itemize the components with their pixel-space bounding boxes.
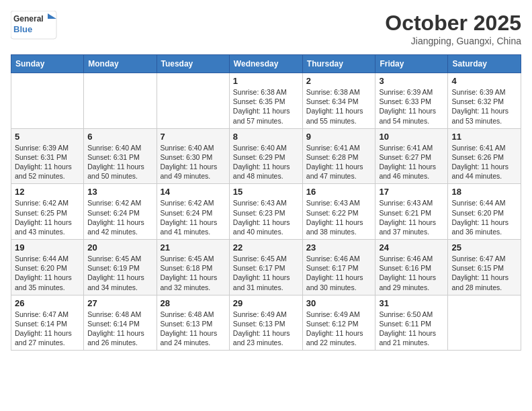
day-info: Sunrise: 6:45 AM Sunset: 6:17 PM Dayligh… <box>233 254 299 292</box>
day-info: Sunrise: 6:48 AM Sunset: 6:13 PM Dayligh… <box>161 310 226 348</box>
weekday-header-tuesday: Tuesday <box>157 55 229 73</box>
day-cell: 1Sunrise: 6:38 AM Sunset: 6:35 PM Daylig… <box>229 73 302 129</box>
day-cell: 28Sunrise: 6:48 AM Sunset: 6:13 PM Dayli… <box>157 295 229 351</box>
day-info: Sunrise: 6:46 AM Sunset: 6:16 PM Dayligh… <box>379 254 444 292</box>
day-cell: 7Sunrise: 6:40 AM Sunset: 6:30 PM Daylig… <box>157 128 229 184</box>
day-info: Sunrise: 6:43 AM Sunset: 6:22 PM Dayligh… <box>306 198 372 236</box>
day-number: 4 <box>451 76 517 86</box>
calendar: SundayMondayTuesdayWednesdayThursdayFrid… <box>11 54 521 351</box>
day-number: 21 <box>161 242 226 253</box>
day-cell: 5Sunrise: 6:39 AM Sunset: 6:31 PM Daylig… <box>11 128 84 184</box>
weekday-header-saturday: Saturday <box>448 55 521 73</box>
day-number: 1 <box>233 76 299 86</box>
day-cell: 14Sunrise: 6:42 AM Sunset: 6:24 PM Dayli… <box>157 184 229 240</box>
day-number: 3 <box>379 76 444 86</box>
day-cell: 8Sunrise: 6:40 AM Sunset: 6:29 PM Daylig… <box>229 128 302 184</box>
svg-text:Blue: Blue <box>13 24 32 34</box>
day-info: Sunrise: 6:49 AM Sunset: 6:13 PM Dayligh… <box>233 310 299 348</box>
day-cell: 10Sunrise: 6:41 AM Sunset: 6:27 PM Dayli… <box>375 128 448 184</box>
day-cell: 22Sunrise: 6:45 AM Sunset: 6:17 PM Dayli… <box>229 240 302 295</box>
week-row-3: 12Sunrise: 6:42 AM Sunset: 6:25 PM Dayli… <box>11 184 521 240</box>
day-number: 30 <box>306 298 372 308</box>
day-cell: 11Sunrise: 6:41 AM Sunset: 6:26 PM Dayli… <box>448 128 521 184</box>
day-cell: 27Sunrise: 6:48 AM Sunset: 6:14 PM Dayli… <box>84 295 157 351</box>
day-cell <box>11 73 84 129</box>
day-info: Sunrise: 6:40 AM Sunset: 6:31 PM Dayligh… <box>87 143 152 181</box>
day-info: Sunrise: 6:48 AM Sunset: 6:14 PM Dayligh… <box>87 310 152 348</box>
day-number: 15 <box>233 187 299 197</box>
weekday-header-thursday: Thursday <box>302 55 375 73</box>
day-info: Sunrise: 6:42 AM Sunset: 6:25 PM Dayligh… <box>15 198 80 236</box>
location: Jiangping, Guangxi, China <box>385 36 521 46</box>
weekday-header-monday: Monday <box>84 55 157 73</box>
week-row-5: 26Sunrise: 6:47 AM Sunset: 6:14 PM Dayli… <box>11 295 521 351</box>
day-info: Sunrise: 6:43 AM Sunset: 6:21 PM Dayligh… <box>379 198 444 236</box>
day-info: Sunrise: 6:41 AM Sunset: 6:28 PM Dayligh… <box>306 143 372 181</box>
day-info: Sunrise: 6:40 AM Sunset: 6:29 PM Dayligh… <box>233 143 299 181</box>
day-cell: 16Sunrise: 6:43 AM Sunset: 6:22 PM Dayli… <box>302 184 375 240</box>
day-cell: 29Sunrise: 6:49 AM Sunset: 6:13 PM Dayli… <box>229 295 302 351</box>
week-row-2: 5Sunrise: 6:39 AM Sunset: 6:31 PM Daylig… <box>11 128 521 184</box>
day-cell: 23Sunrise: 6:46 AM Sunset: 6:17 PM Dayli… <box>302 240 375 295</box>
logo: General Blue <box>11 11 58 40</box>
day-cell: 26Sunrise: 6:47 AM Sunset: 6:14 PM Dayli… <box>11 295 84 351</box>
day-info: Sunrise: 6:39 AM Sunset: 6:32 PM Dayligh… <box>451 87 517 126</box>
day-number: 28 <box>161 298 226 308</box>
day-number: 18 <box>451 187 517 197</box>
day-cell: 25Sunrise: 6:47 AM Sunset: 6:15 PM Dayli… <box>448 240 521 295</box>
day-cell <box>448 295 521 351</box>
day-cell: 15Sunrise: 6:43 AM Sunset: 6:23 PM Dayli… <box>229 184 302 240</box>
day-info: Sunrise: 6:44 AM Sunset: 6:20 PM Dayligh… <box>451 198 517 236</box>
day-cell: 21Sunrise: 6:45 AM Sunset: 6:18 PM Dayli… <box>157 240 229 295</box>
week-row-4: 19Sunrise: 6:44 AM Sunset: 6:20 PM Dayli… <box>11 240 521 295</box>
day-info: Sunrise: 6:40 AM Sunset: 6:30 PM Dayligh… <box>161 143 226 181</box>
weekday-header-sunday: Sunday <box>11 55 84 73</box>
day-cell <box>157 73 229 129</box>
day-info: Sunrise: 6:42 AM Sunset: 6:24 PM Dayligh… <box>87 198 152 236</box>
day-number: 26 <box>15 298 80 308</box>
month-title: October 2025 <box>385 11 521 36</box>
day-info: Sunrise: 6:38 AM Sunset: 6:35 PM Dayligh… <box>233 87 299 126</box>
day-info: Sunrise: 6:43 AM Sunset: 6:23 PM Dayligh… <box>233 198 299 236</box>
day-number: 19 <box>15 242 80 253</box>
day-info: Sunrise: 6:39 AM Sunset: 6:31 PM Dayligh… <box>15 143 80 181</box>
day-cell: 18Sunrise: 6:44 AM Sunset: 6:20 PM Dayli… <box>448 184 521 240</box>
day-number: 31 <box>379 298 444 308</box>
day-cell <box>84 73 157 129</box>
day-number: 10 <box>379 132 444 142</box>
day-cell: 17Sunrise: 6:43 AM Sunset: 6:21 PM Dayli… <box>375 184 448 240</box>
day-info: Sunrise: 6:50 AM Sunset: 6:11 PM Dayligh… <box>379 310 444 348</box>
day-cell: 6Sunrise: 6:40 AM Sunset: 6:31 PM Daylig… <box>84 128 157 184</box>
day-info: Sunrise: 6:42 AM Sunset: 6:24 PM Dayligh… <box>161 198 226 236</box>
day-cell: 19Sunrise: 6:44 AM Sunset: 6:20 PM Dayli… <box>11 240 84 295</box>
page-header: General Blue October 2025 Jiangping, Gua… <box>11 11 521 46</box>
day-number: 9 <box>306 132 372 142</box>
day-number: 5 <box>15 132 80 142</box>
day-info: Sunrise: 6:44 AM Sunset: 6:20 PM Dayligh… <box>15 254 80 292</box>
day-number: 17 <box>379 187 444 197</box>
day-info: Sunrise: 6:39 AM Sunset: 6:33 PM Dayligh… <box>379 87 444 126</box>
day-number: 11 <box>451 132 517 142</box>
day-number: 24 <box>379 242 444 253</box>
day-number: 27 <box>87 298 152 308</box>
day-cell: 13Sunrise: 6:42 AM Sunset: 6:24 PM Dayli… <box>84 184 157 240</box>
day-info: Sunrise: 6:45 AM Sunset: 6:19 PM Dayligh… <box>87 254 152 292</box>
day-info: Sunrise: 6:47 AM Sunset: 6:15 PM Dayligh… <box>451 254 517 292</box>
weekday-header-friday: Friday <box>375 55 448 73</box>
day-cell: 12Sunrise: 6:42 AM Sunset: 6:25 PM Dayli… <box>11 184 84 240</box>
day-number: 8 <box>233 132 299 142</box>
svg-text:General: General <box>13 14 44 24</box>
day-number: 29 <box>233 298 299 308</box>
day-number: 20 <box>87 242 152 253</box>
day-number: 6 <box>87 132 152 142</box>
day-info: Sunrise: 6:41 AM Sunset: 6:26 PM Dayligh… <box>451 143 517 181</box>
day-number: 7 <box>161 132 226 142</box>
day-number: 12 <box>15 187 80 197</box>
day-info: Sunrise: 6:49 AM Sunset: 6:12 PM Dayligh… <box>306 310 372 348</box>
day-cell: 24Sunrise: 6:46 AM Sunset: 6:16 PM Dayli… <box>375 240 448 295</box>
day-cell: 4Sunrise: 6:39 AM Sunset: 6:32 PM Daylig… <box>448 73 521 129</box>
logo-svg: General Blue <box>11 11 58 40</box>
day-info: Sunrise: 6:46 AM Sunset: 6:17 PM Dayligh… <box>306 254 372 292</box>
day-cell: 3Sunrise: 6:39 AM Sunset: 6:33 PM Daylig… <box>375 73 448 129</box>
day-info: Sunrise: 6:45 AM Sunset: 6:18 PM Dayligh… <box>161 254 226 292</box>
